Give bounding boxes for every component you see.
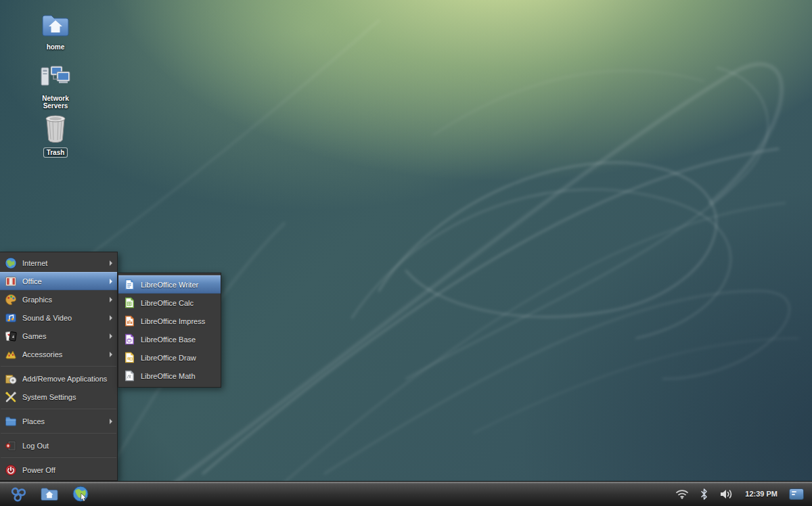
menu-item-internet[interactable]: Internet	[0, 254, 117, 272]
places-folder-icon	[5, 415, 17, 428]
taskbar: 12:39 PM	[0, 481, 812, 506]
menu-item-label: Power Off	[22, 466, 55, 474]
menu-item-label: System Settings	[22, 393, 76, 401]
triskelion-logo-icon	[9, 485, 27, 503]
submenu-item-libreoffice-calc[interactable]: LibreOffice Calc	[118, 294, 221, 312]
menu-item-add-remove-applications[interactable]: Add/Remove Applications	[0, 369, 117, 388]
home-folder-icon	[40, 486, 59, 502]
web-browser-icon	[72, 485, 89, 503]
wallpaper-swirls	[0, 0, 812, 506]
menu-separator	[1, 366, 116, 367]
menu-item-office[interactable]: Office	[0, 272, 117, 290]
menu-item-sound-video[interactable]: Sound & Video	[0, 308, 117, 327]
submenu-arrow-icon	[110, 419, 112, 424]
submenu-item-libreoffice-impress[interactable]: LibreOffice Impress	[118, 312, 221, 330]
notification-applet-icon[interactable]	[789, 488, 804, 500]
submenu-item-libreoffice-draw[interactable]: LibreOffice Draw	[118, 348, 221, 367]
submenu-arrow-icon	[110, 297, 112, 302]
submenu-item-label: LibreOffice Draw	[141, 354, 196, 362]
submenu-arrow-icon	[110, 352, 112, 357]
desktop-icon-label: Trash	[43, 147, 68, 158]
network-servers-icon	[39, 64, 72, 92]
volume-icon[interactable]	[719, 488, 734, 500]
menu-item-label: Add/Remove Applications	[22, 375, 107, 383]
graphics-icon	[5, 294, 17, 306]
desktop: home Network Servers Trash	[0, 0, 812, 506]
bluetooth-icon[interactable]	[700, 488, 708, 500]
wifi-icon[interactable]	[675, 489, 689, 499]
menu-item-accessories[interactable]: Accessories	[0, 345, 117, 363]
desktop-icon-trash[interactable]: Trash	[27, 114, 84, 158]
globe-icon	[5, 257, 17, 269]
home-folder-icon	[41, 12, 70, 38]
menu-item-system-settings[interactable]: System Settings	[0, 388, 117, 406]
clock[interactable]: 12:39 PM	[745, 490, 777, 498]
home-folder-launcher[interactable]	[39, 484, 60, 503]
submenu-item-label: LibreOffice Writer	[141, 281, 198, 289]
libreoffice-writer-icon	[124, 279, 135, 290]
submenu-item-libreoffice-writer[interactable]: LibreOffice Writer	[118, 275, 221, 294]
submenu-item-libreoffice-math[interactable]: LibreOffice Math	[118, 367, 221, 385]
libreoffice-math-icon	[124, 370, 135, 382]
desktop-icon-label: home	[44, 43, 68, 51]
accessories-icon	[5, 348, 17, 361]
submenu-arrow-icon	[110, 279, 112, 284]
submenu-item-label: LibreOffice Calc	[141, 299, 194, 307]
submenu-item-label: LibreOffice Math	[141, 372, 196, 380]
menu-item-label: Graphics	[22, 296, 52, 304]
desktop-icon-home[interactable]: home	[27, 12, 84, 52]
submenu-item-label: LibreOffice Base	[141, 336, 196, 344]
submenu-arrow-icon	[110, 315, 112, 321]
submenu-arrow-icon	[110, 334, 112, 339]
menu-item-label: Internet	[22, 259, 47, 267]
menu-launcher-button[interactable]	[8, 484, 28, 503]
trash-icon	[42, 114, 69, 143]
desktop-icon-network-servers[interactable]: Network Servers	[27, 64, 84, 111]
office-icon	[5, 275, 17, 288]
menu-separator	[1, 409, 116, 409]
system-settings-icon	[5, 391, 17, 403]
libreoffice-draw-icon	[124, 352, 135, 363]
power-off-icon	[5, 464, 17, 476]
libreoffice-impress-icon	[124, 315, 135, 327]
menu-separator	[1, 457, 116, 458]
libreoffice-base-icon	[124, 334, 135, 345]
submenu-item-libreoffice-base[interactable]: LibreOffice Base	[118, 330, 221, 348]
menu-item-log-out[interactable]: Log Out	[0, 436, 117, 455]
applications-menu: Internet Office Graphics	[0, 252, 118, 481]
log-out-icon	[5, 440, 17, 452]
menu-item-label: Sound & Video	[22, 314, 72, 322]
menu-item-label: Places	[22, 417, 45, 426]
menu-item-places[interactable]: Places	[0, 412, 117, 430]
web-browser-launcher[interactable]	[70, 484, 91, 503]
menu-item-games[interactable]: Games	[0, 327, 117, 345]
menu-item-label: Accessories	[22, 350, 62, 359]
games-icon	[5, 330, 17, 342]
system-tray: 12:39 PM	[675, 488, 804, 500]
menu-item-graphics[interactable]: Graphics	[0, 290, 117, 308]
menu-separator	[1, 433, 116, 434]
submenu-item-label: LibreOffice Impress	[141, 317, 205, 325]
office-submenu: LibreOffice Writer LibreOffice Calc Libr…	[118, 273, 221, 388]
submenu-arrow-icon	[110, 260, 112, 266]
menu-item-power-off[interactable]: Power Off	[0, 461, 117, 479]
menu-item-label: Games	[22, 332, 46, 340]
menu-item-label: Office	[22, 277, 42, 285]
sound-video-icon	[5, 312, 17, 324]
libreoffice-calc-icon	[124, 297, 135, 308]
menu-item-label: Log Out	[22, 442, 49, 450]
add-remove-applications-icon	[5, 373, 17, 385]
desktop-icon-label: Network Servers	[27, 94, 84, 110]
